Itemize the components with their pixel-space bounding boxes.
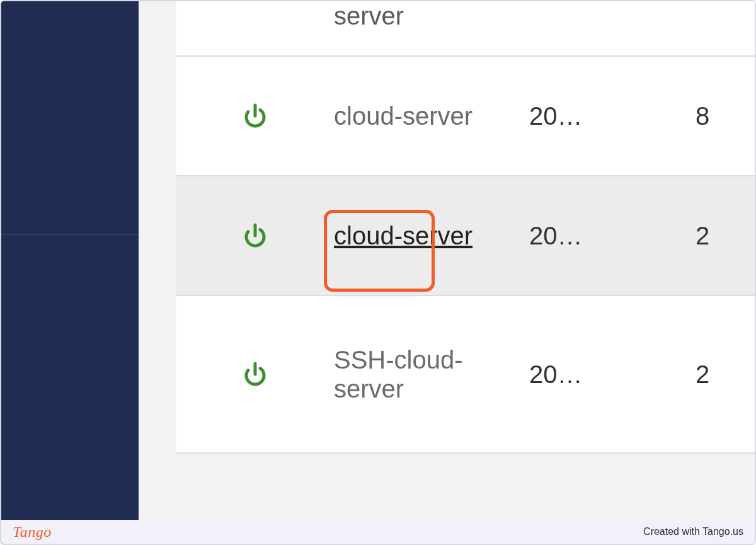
server-name-link[interactable]: cloud-server: [334, 222, 472, 250]
server-name-text: SSH-cloud-server: [334, 346, 463, 403]
app-frame: server cloud-server: [0, 0, 756, 545]
content-area: server cloud-server: [139, 1, 755, 544]
power-status-cell: [176, 222, 334, 250]
power-status-cell: [176, 102, 334, 130]
table-row[interactable]: cloud-server 20… 8: [176, 57, 755, 176]
server-name[interactable]: cloud-server: [334, 221, 517, 250]
server-name-text: server: [334, 2, 404, 30]
tango-logo: Tango: [13, 524, 52, 541]
footer-credit: Created with Tango.us: [643, 526, 743, 537]
power-icon: [241, 222, 269, 250]
table-row[interactable]: server: [176, 1, 755, 57]
server-name-text: cloud-server: [334, 102, 472, 130]
sidebar-divider: [1, 234, 139, 235]
server-value-1: 20…: [517, 102, 662, 130]
server-name[interactable]: server: [334, 1, 517, 30]
server-name[interactable]: cloud-server: [334, 101, 517, 130]
power-icon: [241, 360, 269, 388]
power-icon: [241, 102, 269, 130]
footer-bar: Tango Created with Tango.us: [1, 520, 755, 544]
server-value-2: 2: [662, 360, 743, 389]
table-row[interactable]: SSH-cloud-server 20… 2: [176, 296, 755, 454]
server-value-1: 20…: [517, 360, 662, 389]
sidebar: [1, 1, 139, 544]
server-table: server cloud-server: [176, 1, 755, 454]
server-value-2: 8: [662, 102, 743, 130]
server-value-2: 2: [662, 222, 743, 250]
server-value-1: 20…: [517, 222, 662, 250]
power-status-cell: [176, 360, 334, 388]
table-row[interactable]: cloud-server 20… 2: [176, 176, 755, 296]
server-name[interactable]: SSH-cloud-server: [334, 345, 517, 403]
